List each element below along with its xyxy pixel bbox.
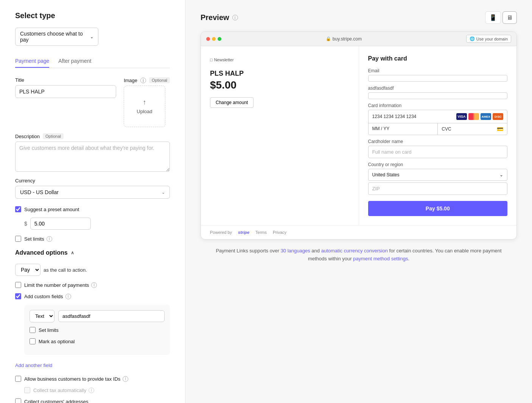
browser-bar: 🔒 buy.stripe.com 🌐 Use your domain xyxy=(201,32,516,46)
chevron-down-icon: ⌄ xyxy=(90,34,93,39)
preset-amount-input[interactable] xyxy=(30,218,91,230)
right-panel: Preview i 📱 🖥 🔒 buy.stripe.com xyxy=(185,0,532,403)
title-label: Title xyxy=(15,77,116,83)
preview-title-row: Preview i xyxy=(201,13,238,22)
description-optional-badge: Optional xyxy=(43,133,64,139)
cardholder-label: Cardholder name xyxy=(368,139,508,144)
set-limits-checkbox[interactable] xyxy=(15,236,21,242)
section-title: Select type xyxy=(15,11,170,20)
custom-fields-label[interactable]: Add custom fields i xyxy=(24,294,71,299)
field-label-input[interactable] xyxy=(58,310,165,322)
email-label: Email xyxy=(368,68,508,73)
price: $5.00 xyxy=(210,79,350,91)
brand-icon: □ xyxy=(210,58,213,62)
change-amount-btn[interactable]: Change amount xyxy=(210,97,254,108)
advanced-options-header[interactable]: Advanced options ∧ xyxy=(15,249,170,256)
image-group: Image i Optional ↑ Upload xyxy=(124,77,170,127)
tax-ids-checkbox[interactable] xyxy=(15,376,21,382)
custom-fields-container: Text Set limits Mark as optional xyxy=(24,305,170,355)
footer-terms: Terms xyxy=(255,230,267,235)
currency-conversion-link[interactable]: automatic currency conversion xyxy=(321,248,388,254)
dot-yellow xyxy=(212,37,216,41)
use-domain-btn[interactable]: 🌐 Use your domain xyxy=(466,35,511,43)
currency-select[interactable]: USD - US Dollar ⌄ xyxy=(15,186,170,199)
description-group: Description Optional xyxy=(15,133,170,172)
pay-button[interactable]: Pay $5.00 xyxy=(368,201,508,216)
preview-info-icon[interactable]: i xyxy=(232,15,238,20)
description-label: Description Optional xyxy=(15,133,170,139)
limit-payments-info-icon[interactable]: i xyxy=(91,282,97,288)
suggest-preset-checkbox[interactable] xyxy=(15,206,21,212)
image-upload-box[interactable]: ↑ Upload xyxy=(124,86,165,127)
collect-tax-checkbox[interactable] xyxy=(24,387,30,393)
collect-tax-row: Collect tax automatically i xyxy=(24,387,170,393)
tab-after-payment[interactable]: After payment xyxy=(58,55,91,68)
custom-set-limits-label[interactable]: Set limits xyxy=(39,327,59,333)
image-info-icon[interactable]: i xyxy=(140,78,146,83)
payment-method-settings-link[interactable]: payment method settings xyxy=(353,256,408,261)
brand-name: □ Newsletter xyxy=(210,58,350,62)
currency-chevron-icon: ⌄ xyxy=(162,190,165,195)
left-panel: Select type Customers choose what to pay… xyxy=(0,0,185,403)
custom-fields-info-icon[interactable]: i xyxy=(65,294,71,299)
card-info-label: Card information xyxy=(368,103,508,108)
zip-input-mock: ZIP xyxy=(368,182,508,195)
stripe-logo: stripe xyxy=(238,230,249,235)
add-another-field-link[interactable]: Add another field xyxy=(15,363,52,368)
collect-tax-label: Collect tax automatically i xyxy=(33,387,94,393)
expiry-input-mock: MM / YY xyxy=(369,123,438,135)
tax-ids-row: Allow business customers to provide tax … xyxy=(15,376,170,382)
cvc-icon: 💳 xyxy=(497,126,503,132)
custom-set-limits-checkbox[interactable] xyxy=(30,327,36,333)
title-image-row: Title Image i Optional ↑ Upload xyxy=(15,77,170,127)
cta-row: Pay as the call to action. xyxy=(15,264,170,276)
card-icons: VISA AMEX DISC xyxy=(456,113,503,120)
title-group: Title xyxy=(15,77,116,127)
preview-device-btns: 📱 🖥 xyxy=(485,11,517,24)
field-type-select[interactable]: Text xyxy=(30,310,54,322)
country-label: Country or region xyxy=(368,162,508,167)
suggest-preset-label[interactable]: Suggest a preset amount xyxy=(24,207,79,212)
tab-payment-page[interactable]: Payment page xyxy=(15,55,49,68)
custom-fields-checkbox[interactable] xyxy=(15,293,21,299)
tax-ids-info-icon[interactable]: i xyxy=(123,376,128,382)
limit-payments-label[interactable]: Limit the number of payments i xyxy=(24,282,97,288)
title-input[interactable] xyxy=(15,85,116,98)
set-limits-row: Set limits i xyxy=(15,236,170,242)
preview-header: Preview i 📱 🖥 xyxy=(201,11,517,24)
discover-icon: DISC xyxy=(493,113,503,120)
set-limits-info-icon[interactable]: i xyxy=(47,236,52,242)
upload-icon: ↑ xyxy=(143,98,146,106)
description-textarea[interactable] xyxy=(15,142,170,172)
desktop-device-btn[interactable]: 🖥 xyxy=(502,11,517,24)
custom-field-label: asdfasdfasdf xyxy=(368,86,508,91)
cvc-input-mock: CVC 💳 xyxy=(438,123,507,135)
browser-mockup: 🔒 buy.stripe.com 🌐 Use your domain □ New… xyxy=(201,31,517,240)
tax-ids-label[interactable]: Allow business customers to provide tax … xyxy=(24,376,128,382)
mobile-device-btn[interactable]: 📱 xyxy=(485,11,501,24)
image-optional-badge: Optional xyxy=(149,77,170,83)
mark-optional-checkbox[interactable] xyxy=(30,338,36,344)
cta-text: as the call to action. xyxy=(44,267,87,273)
mark-optional-label[interactable]: Mark as optional xyxy=(39,339,75,344)
image-label: Image xyxy=(124,78,137,83)
collect-addresses-label[interactable]: Collect customers' addresses xyxy=(24,399,88,403)
collect-addresses-checkbox[interactable] xyxy=(15,398,21,403)
currency-label: Currency xyxy=(15,178,170,184)
tab-bar: Payment page After payment xyxy=(15,55,170,68)
upload-label: Upload xyxy=(137,109,152,114)
collect-tax-info-icon[interactable]: i xyxy=(89,387,94,393)
pay-with-card-title: Pay with card xyxy=(368,55,508,62)
limit-payments-checkbox[interactable] xyxy=(15,282,21,288)
cta-select[interactable]: Pay xyxy=(15,264,40,276)
suggest-preset-row: Suggest a preset amount xyxy=(15,206,170,212)
dot-red xyxy=(206,37,210,41)
currency-group: Currency USD - US Dollar ⌄ xyxy=(15,178,170,199)
currency-symbol: $ xyxy=(24,221,27,227)
set-limits-label[interactable]: Set limits i xyxy=(24,236,52,242)
amex-icon: AMEX xyxy=(481,113,491,120)
type-dropdown[interactable]: Customers choose what to pay ⌄ xyxy=(15,28,98,46)
payment-page-right: Pay with card Email asdfasdfasdf Card in… xyxy=(359,46,517,225)
languages-link[interactable]: 30 languages xyxy=(281,248,310,254)
preview-footer: Payment Links supports over 30 languages… xyxy=(201,240,517,271)
